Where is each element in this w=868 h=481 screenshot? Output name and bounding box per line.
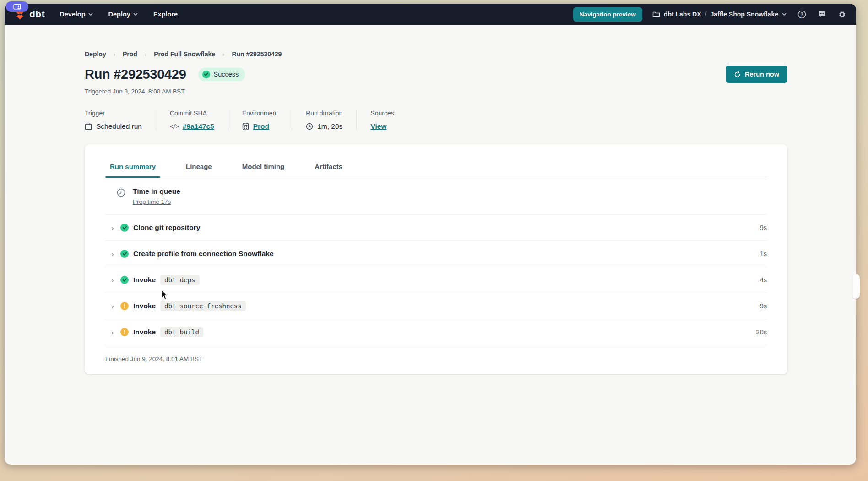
code-icon: </> xyxy=(170,123,179,130)
meta-run-duration: Run duration 1m, 20s xyxy=(306,109,357,131)
refresh-icon xyxy=(734,71,741,78)
tab-bar: Run summary Lineage Model timing Artifac… xyxy=(105,144,767,177)
breadcrumb-prod[interactable]: Prod xyxy=(123,50,137,58)
nav-deploy-label: Deploy xyxy=(108,11,130,18)
commit-sha-link[interactable]: #9a147c5 xyxy=(183,122,214,131)
account-name: dbt Labs DX xyxy=(664,11,701,18)
time-in-queue-section: Time in queue Prep time 17s xyxy=(105,177,767,215)
meta-label: Sources xyxy=(370,109,394,117)
warning-icon: ! xyxy=(120,302,129,310)
tab-model-timing[interactable]: Model timing xyxy=(238,163,289,177)
success-icon xyxy=(120,250,129,258)
topbar-right: Navigation preview dbt Labs DX / Jaffle … xyxy=(573,7,847,22)
step-command: dbt deps xyxy=(160,275,199,285)
meta-environment: Environment Prod xyxy=(242,109,293,131)
meta-label: Environment xyxy=(242,109,278,117)
nav-explore-label: Explore xyxy=(153,11,178,18)
scrollbar-thumb[interactable] xyxy=(852,274,860,299)
tab-run-summary[interactable]: Run summary xyxy=(105,163,160,177)
prep-time-link[interactable]: Prep time 17s xyxy=(133,198,171,205)
meta-label: Trigger xyxy=(85,109,142,117)
step-title: Create profile from connection Snowflake xyxy=(133,250,274,258)
queue-title: Time in queue xyxy=(133,187,180,196)
breadcrumb-run[interactable]: Run #292530429 xyxy=(232,50,282,58)
status-badge: Success xyxy=(198,68,246,81)
breadcrumb: Deploy › Prod › Prod Full Snowflake › Ru… xyxy=(85,50,787,58)
screen-share-overlay-badge[interactable] xyxy=(6,1,28,12)
screen-user-icon xyxy=(13,4,21,10)
step-title: Invoke xyxy=(133,328,156,336)
step-row-clone-git[interactable]: › Clone git repository 9s xyxy=(105,215,767,241)
triggered-timestamp: Triggered Jun 9, 2024, 8:00 AM BST xyxy=(85,88,787,95)
step-command: dbt build xyxy=(160,327,203,337)
step-duration: 1s xyxy=(760,250,767,257)
run-meta-row: Trigger Scheduled run Commit SHA </> #9a… xyxy=(85,109,787,131)
step-row-create-profile[interactable]: › Create profile from connection Snowfla… xyxy=(105,241,767,267)
finished-timestamp: Finished Jun 9, 2024, 8:01 AM BST xyxy=(105,345,767,362)
step-title: Invoke xyxy=(133,276,156,284)
account-project-separator: / xyxy=(705,11,707,18)
run-summary-card: Run summary Lineage Model timing Artifac… xyxy=(85,144,787,374)
page-title: Run #292530429 xyxy=(85,67,186,82)
feedback-button[interactable] xyxy=(817,9,827,19)
rerun-now-label: Rerun now xyxy=(745,71,779,78)
breadcrumb-separator: › xyxy=(145,51,146,58)
nav-develop[interactable]: Develop xyxy=(60,11,92,18)
queue-clock-icon xyxy=(117,188,125,197)
success-icon xyxy=(120,224,129,232)
app-window: dbt Develop Deploy Explore Navigation pr… xyxy=(5,4,856,465)
step-duration: 9s xyxy=(760,224,767,231)
nav-develop-label: Develop xyxy=(60,11,85,18)
breadcrumb-separator: › xyxy=(222,51,224,58)
meta-sources: Sources View xyxy=(370,109,407,131)
success-check-icon xyxy=(202,71,210,78)
step-duration: 4s xyxy=(760,276,767,284)
step-command: dbt source freshness xyxy=(160,301,246,311)
nav-deploy[interactable]: Deploy xyxy=(108,11,138,18)
top-navigation-bar: dbt Develop Deploy Explore Navigation pr… xyxy=(5,4,856,25)
sources-view-link[interactable]: View xyxy=(370,122,386,131)
chevron-down-icon xyxy=(88,13,93,16)
chevron-right-icon[interactable]: › xyxy=(109,276,116,284)
step-row-dbt-build[interactable]: › ! Invoke dbt build 30s xyxy=(105,319,767,345)
chevron-right-icon[interactable]: › xyxy=(109,224,116,232)
svg-text:?: ? xyxy=(800,11,803,17)
run-detail-page: Deploy › Prod › Prod Full Snowflake › Ru… xyxy=(5,50,856,374)
help-button[interactable]: ? xyxy=(797,9,807,19)
breadcrumb-job[interactable]: Prod Full Snowflake xyxy=(154,50,215,58)
clock-icon xyxy=(306,123,313,130)
step-row-dbt-deps[interactable]: › Invoke dbt deps 4s xyxy=(105,267,767,293)
navigation-preview-button[interactable]: Navigation preview xyxy=(573,7,642,22)
breadcrumb-separator: › xyxy=(114,51,115,58)
database-icon xyxy=(242,123,249,130)
chevron-right-icon[interactable]: › xyxy=(109,328,116,336)
rerun-now-button[interactable]: Rerun now xyxy=(726,66,787,83)
meta-trigger: Trigger Scheduled run xyxy=(85,109,156,131)
dbt-logo-text: dbt xyxy=(29,9,45,20)
step-duration: 30s xyxy=(756,328,767,336)
page-header: Run #292530429 Success Rerun now xyxy=(85,66,787,83)
environment-link[interactable]: Prod xyxy=(253,122,269,131)
feedback-icon xyxy=(818,10,826,18)
gear-icon xyxy=(838,10,846,19)
help-icon: ? xyxy=(797,10,806,19)
project-name: Jaffle Shop Snowflake xyxy=(710,11,778,18)
project-switcher[interactable]: dbt Labs DX / Jaffle Shop Snowflake xyxy=(652,11,787,18)
warning-icon: ! xyxy=(120,328,129,336)
meta-commit-sha: Commit SHA </> #9a147c5 xyxy=(170,109,228,131)
tab-artifacts[interactable]: Artifacts xyxy=(310,163,347,177)
step-title: Clone git repository xyxy=(133,224,200,232)
chevron-down-icon xyxy=(782,13,787,16)
folder-icon xyxy=(652,11,660,17)
success-icon xyxy=(120,276,129,284)
tab-lineage[interactable]: Lineage xyxy=(181,163,217,177)
chevron-right-icon[interactable]: › xyxy=(109,250,116,258)
step-row-dbt-source-freshness[interactable]: › ! Invoke dbt source freshness 9s xyxy=(105,293,767,319)
nav-explore[interactable]: Explore xyxy=(153,11,178,18)
trigger-value: Scheduled run xyxy=(96,122,142,131)
step-title: Invoke xyxy=(133,302,156,310)
settings-button[interactable] xyxy=(837,9,847,19)
meta-label: Run duration xyxy=(306,109,342,117)
breadcrumb-deploy[interactable]: Deploy xyxy=(85,50,106,58)
chevron-right-icon[interactable]: › xyxy=(109,302,116,310)
